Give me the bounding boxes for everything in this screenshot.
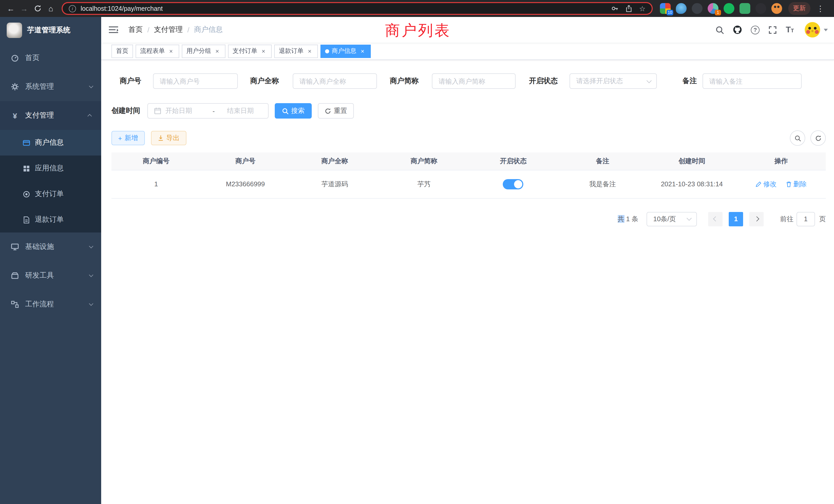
browser-profile-avatar[interactable]	[771, 3, 782, 14]
tab-label: 商户信息	[332, 47, 356, 55]
user-menu[interactable]	[805, 22, 828, 38]
extension-badge: 10	[666, 10, 673, 16]
tab-pay-order[interactable]: 支付订单 ×	[228, 44, 272, 58]
extension-puzzle-icon[interactable]: 10	[660, 3, 671, 14]
logo-avatar	[7, 23, 22, 38]
extension-note-icon[interactable]	[740, 3, 750, 14]
close-icon[interactable]: ×	[260, 47, 267, 55]
caret-down-icon	[824, 28, 828, 31]
bookmark-star-icon[interactable]: ☆	[639, 4, 645, 13]
sidebar-item-app-info[interactable]: 应用信息	[0, 156, 101, 181]
breadcrumb-payment[interactable]: 支付管理	[154, 25, 183, 35]
filter-row-2: 创建时间 开始日期 - 结束日期 搜索	[111, 103, 826, 118]
toolbox-icon	[10, 272, 20, 280]
reset-button[interactable]: 重置	[318, 103, 354, 118]
site-info-icon[interactable]: i	[69, 5, 76, 12]
password-key-icon[interactable]	[611, 5, 619, 12]
sidebar-item-workflow[interactable]: 工作流程	[0, 290, 101, 319]
merchant-short-name-input[interactable]	[439, 77, 509, 85]
tab-home[interactable]: 首页	[111, 44, 133, 58]
sidebar-item-label: 商户信息	[35, 138, 64, 147]
sidebar-item-home[interactable]: 首页	[0, 44, 101, 72]
add-button[interactable]: + 新增	[111, 131, 145, 145]
status-label: 开启状态	[529, 76, 558, 86]
browser-forward-button[interactable]: →	[18, 2, 31, 15]
create-time-range-picker[interactable]: 开始日期 - 结束日期	[147, 103, 269, 118]
export-button-label: 导出	[166, 134, 179, 143]
close-icon[interactable]: ×	[306, 47, 313, 55]
close-icon[interactable]: ×	[359, 47, 366, 55]
search-button[interactable]: 搜索	[275, 103, 312, 118]
font-size-icon[interactable]: TT	[786, 25, 794, 35]
yen-icon: ¥	[10, 111, 20, 120]
extension-colorful-icon[interactable]: 1	[708, 3, 719, 14]
tab-merchant-info[interactable]: 商户信息 ×	[321, 44, 371, 58]
goto-page-input[interactable]	[796, 212, 815, 226]
sidebar-item-merchant-info[interactable]: 商户信息	[0, 130, 101, 156]
col-merchant-no: 商户号	[201, 153, 290, 170]
delete-link[interactable]: 删除	[786, 179, 807, 189]
browser-reload-button[interactable]	[31, 2, 44, 15]
page-unit-label: 页	[819, 214, 826, 224]
refresh-table-button[interactable]	[810, 130, 826, 146]
next-page-button[interactable]	[749, 212, 764, 226]
tab-user-group[interactable]: 用户分组 ×	[182, 44, 225, 58]
target-icon	[22, 190, 30, 198]
hamburger-icon[interactable]	[109, 25, 120, 35]
remark-input[interactable]	[709, 77, 795, 85]
sidebar-item-payment[interactable]: ¥ 支付管理	[0, 101, 101, 130]
font-size-small-glyph: T	[791, 28, 794, 33]
col-short-name: 商户简称	[379, 153, 468, 170]
tab-process-form[interactable]: 流程表单 ×	[136, 44, 179, 58]
status-toggle[interactable]	[503, 179, 524, 189]
refresh-icon	[815, 135, 821, 141]
sidebar-item-refund-order[interactable]: 退款订单	[0, 207, 101, 232]
sidebar-item-system[interactable]: 系统管理	[0, 72, 101, 101]
tab-refund-order[interactable]: 退款订单 ×	[274, 44, 318, 58]
github-icon[interactable]	[733, 25, 742, 35]
end-date-placeholder[interactable]: 结束日期	[219, 106, 262, 115]
browser-menu-icon[interactable]: ⋮	[814, 4, 826, 13]
active-dot	[325, 49, 329, 53]
sidebar-item-label: 工作流程	[25, 300, 89, 309]
search-icon[interactable]	[716, 25, 724, 34]
share-icon[interactable]	[625, 5, 633, 12]
page-size-select[interactable]: 10条/页	[646, 212, 697, 226]
page-1-button[interactable]: 1	[729, 212, 743, 226]
export-button[interactable]: 导出	[151, 131, 186, 145]
breadcrumb-home[interactable]: 首页	[128, 25, 143, 35]
edit-link[interactable]: 修改	[756, 179, 777, 189]
browser-home-button[interactable]: ⌂	[44, 2, 58, 15]
merchant-no-input[interactable]	[160, 77, 231, 85]
extension-dark-icon[interactable]	[692, 3, 703, 14]
merchant-full-name-input[interactable]	[300, 77, 370, 85]
col-create-time: 创建时间	[647, 153, 737, 170]
prev-page-button[interactable]	[708, 212, 723, 226]
status-select[interactable]: 请选择开启状态	[570, 73, 657, 89]
merchant-full-name-input-wrap	[293, 73, 377, 89]
hide-search-button[interactable]	[790, 130, 805, 146]
address-bar[interactable]: i localhost:1024/pay/merchant ☆	[62, 2, 653, 15]
create-time-label: 创建时间	[111, 106, 140, 115]
app-logo[interactable]: 芋道管理系统	[0, 17, 101, 44]
fullscreen-icon[interactable]	[768, 25, 777, 34]
omnibox-actions: ☆	[611, 4, 645, 13]
start-date-placeholder[interactable]: 开始日期	[166, 106, 208, 115]
extension-drop-icon[interactable]	[676, 3, 687, 14]
table-body: 1 M233666999 芋道源码 芋艿 我是备注 2021-10-23 08:…	[111, 170, 826, 198]
sidebar-item-pay-order[interactable]: 支付订单	[0, 181, 101, 207]
help-icon[interactable]: ?	[751, 25, 760, 34]
reset-button-label: 重置	[334, 106, 347, 115]
sidebar-item-infrastructure[interactable]: 基础设施	[0, 232, 101, 261]
browser-update-button[interactable]: 更新	[788, 2, 810, 15]
sidebar-item-dev-tools[interactable]: 研发工具	[0, 261, 101, 290]
close-icon[interactable]: ×	[168, 47, 175, 55]
status-select-placeholder: 请选择开启状态	[576, 76, 623, 86]
close-icon[interactable]: ×	[214, 47, 221, 55]
toolbar-right	[790, 130, 826, 146]
browser-back-button[interactable]: ←	[4, 2, 18, 15]
url-text[interactable]: localhost:1024/pay/merchant	[81, 5, 611, 12]
extension-green-circle-icon[interactable]	[724, 3, 734, 14]
search-button-label: 搜索	[291, 106, 305, 115]
extension-knot-icon[interactable]	[755, 3, 766, 14]
